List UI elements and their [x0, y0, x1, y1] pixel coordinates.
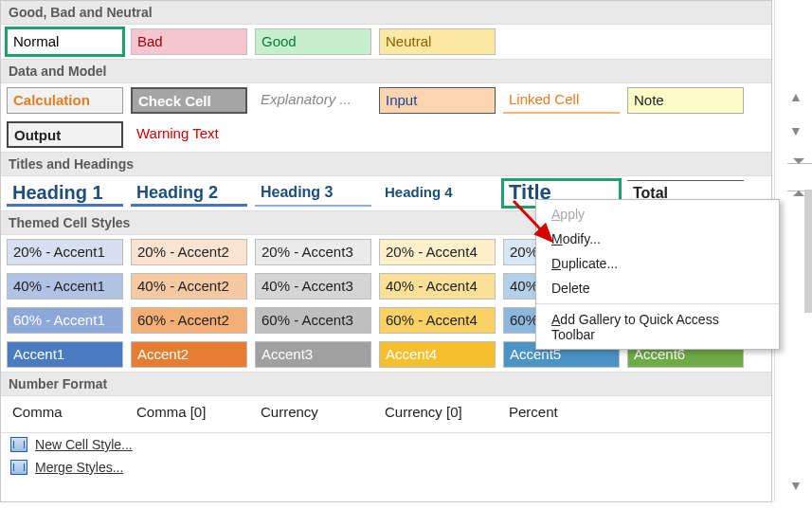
style-linked-cell[interactable]: Linked Cell — [503, 87, 620, 114]
style-heading1[interactable]: Heading 1 — [7, 180, 123, 207]
ctx-add-gallery-label: dd Gallery to Quick Access Toolbar — [551, 312, 719, 342]
style-20-accent3[interactable]: 20% - Accent3 — [255, 239, 371, 265]
style-60-accent4[interactable]: 60% - Accent4 — [379, 307, 496, 334]
style-input[interactable]: Input — [379, 87, 496, 114]
row-dam-1: Calculation Check Cell Explanatory ... I… — [1, 83, 771, 118]
cell-style-icon — [10, 437, 27, 452]
section-header-dam: Data and Model — [1, 59, 771, 83]
style-40-accent4[interactable]: 40% - Accent4 — [379, 273, 496, 300]
style-calculation[interactable]: Calculation — [7, 87, 123, 114]
ctx-modify-label: odify... — [563, 231, 601, 246]
style-accent2[interactable]: Accent2 — [131, 341, 247, 368]
new-cell-style-link[interactable]: NNew Cell Style...ew Cell Style... — [1, 433, 771, 456]
merge-styles-icon — [10, 460, 27, 475]
scroll-up-icon[interactable]: ▲ — [782, 85, 810, 110]
style-bad[interactable]: Bad — [131, 28, 247, 55]
style-accent3[interactable]: Accent3 — [255, 341, 371, 368]
style-explanatory[interactable]: Explanatory ... — [255, 87, 371, 114]
style-20-accent2[interactable]: 20% - Accent2 — [131, 239, 247, 265]
row-gbn: Normal Bad Good Neutral — [1, 25, 771, 59]
ctx-delete[interactable]: Delete — [536, 276, 779, 300]
ctx-modify[interactable]: Modify... — [536, 227, 779, 251]
merge-styles-link[interactable]: Merge Styles... — [1, 456, 771, 479]
style-normal[interactable]: Normal — [7, 28, 123, 55]
row-dam-2: Output Warning Text — [1, 118, 771, 152]
vertical-scrollbar[interactable]: ▲ ▼ ▼ — [774, 0, 812, 502]
style-accent1[interactable]: Accent1 — [7, 341, 123, 368]
style-warning-text[interactable]: Warning Text — [131, 121, 247, 148]
split-handle-icon[interactable] — [787, 163, 812, 191]
ctx-duplicate-label: uplicate... — [561, 256, 618, 271]
ctx-apply-label: pply — [560, 207, 585, 222]
style-60-accent3[interactable]: 60% - Accent3 — [255, 307, 371, 334]
style-heading4[interactable]: Heading 4 — [379, 180, 496, 207]
style-20-accent1[interactable]: 20% - Accent1 — [7, 239, 123, 265]
ctx-delete-label: Delete — [551, 281, 589, 296]
scroll-down-icon[interactable]: ▼ — [782, 119, 810, 144]
style-40-accent1[interactable]: 40% - Accent1 — [7, 273, 123, 300]
ctx-separator — [536, 303, 779, 304]
style-check-cell[interactable]: Check Cell — [131, 87, 247, 114]
style-accent4[interactable]: Accent4 — [379, 341, 496, 368]
style-60-accent1[interactable]: 60% - Accent1 — [7, 307, 123, 334]
context-menu: Apply Modify... Duplicate... Delete Add … — [535, 199, 780, 350]
style-40-accent3[interactable]: 40% - Accent3 — [255, 273, 371, 300]
style-percent[interactable]: Percent — [503, 400, 620, 427]
style-output[interactable]: Output — [7, 121, 123, 148]
style-60-accent2[interactable]: 60% - Accent2 — [131, 307, 247, 334]
ctx-apply: Apply — [536, 202, 779, 227]
style-note[interactable]: Note — [627, 87, 744, 114]
merge-styles-label: Merge Styles... — [35, 460, 123, 475]
style-heading2[interactable]: Heading 2 — [131, 180, 247, 207]
style-neutral[interactable]: Neutral — [379, 28, 496, 55]
style-heading3[interactable]: Heading 3 — [255, 180, 371, 207]
scroll-down-end-icon[interactable]: ▼ — [782, 474, 810, 499]
style-comma0[interactable]: Comma [0] — [131, 400, 247, 427]
section-header-th: Titles and Headings — [1, 152, 771, 176]
style-good[interactable]: Good — [255, 28, 371, 55]
scroll-thumb[interactable] — [804, 190, 812, 313]
ctx-add-gallery-qat[interactable]: Add Gallery to Quick Access Toolbar — [536, 307, 779, 347]
style-comma[interactable]: Comma — [7, 400, 123, 427]
new-cell-style-label: NNew Cell Style...ew Cell Style... — [35, 437, 133, 452]
section-header-nf: Number Format — [1, 372, 771, 396]
section-header-gbn: Good, Bad and Neutral — [1, 1, 771, 25]
style-currency0[interactable]: Currency [0] — [379, 400, 496, 427]
style-20-accent4[interactable]: 20% - Accent4 — [379, 239, 496, 265]
style-currency[interactable]: Currency — [255, 400, 371, 427]
row-nf: Comma Comma [0] Currency Currency [0] Pe… — [1, 396, 771, 430]
style-40-accent2[interactable]: 40% - Accent2 — [131, 273, 247, 300]
ctx-duplicate[interactable]: Duplicate... — [536, 251, 779, 276]
